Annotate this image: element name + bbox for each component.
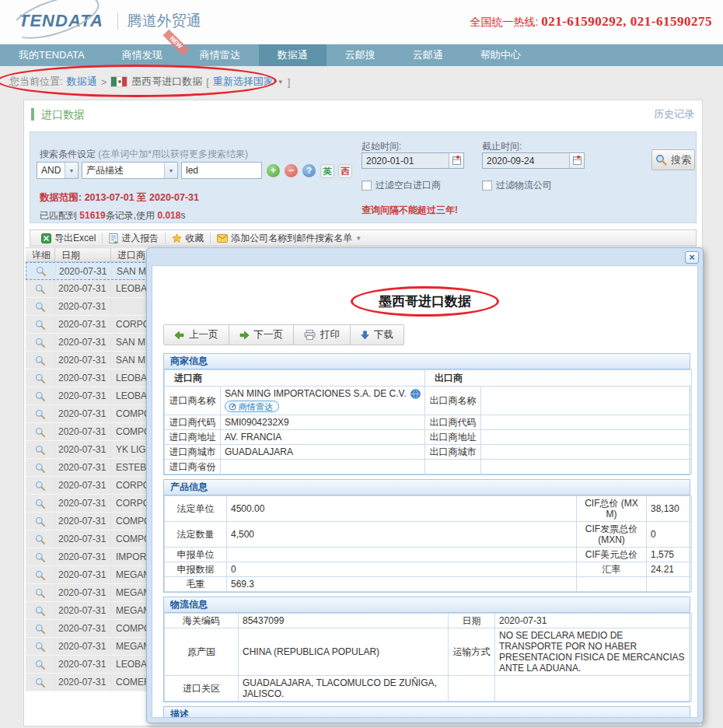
row-detail-button[interactable] xyxy=(26,423,55,440)
magnifier-icon xyxy=(35,660,45,670)
row-detail-button[interactable] xyxy=(26,387,55,404)
nav-tab-7[interactable]: 帮助中心 xyxy=(462,44,540,66)
nav-tab-1[interactable]: 我的TENDATA xyxy=(0,44,103,66)
magnifier-icon xyxy=(35,284,45,294)
logo[interactable]: TENDATA 腾道外贸通 xyxy=(14,9,201,33)
add-to-mail-list-button[interactable]: 添加公司名称到邮件搜索名单 ▼ xyxy=(211,230,368,246)
breadcrumb-link-datatong[interactable]: 数据通 xyxy=(67,75,97,89)
field-label xyxy=(425,459,481,474)
description-section-title: 描述 xyxy=(164,707,690,719)
modal-title: 墨西哥进口数据 xyxy=(351,286,499,317)
row-detail-button[interactable] xyxy=(26,602,55,619)
search-button[interactable]: 搜索 xyxy=(651,149,695,170)
row-detail-button[interactable] xyxy=(26,298,55,315)
globe-icon xyxy=(410,389,421,399)
field-value: GUADALAJARA, TLACOMULCO DE ZUÑIGA, JALIS… xyxy=(239,675,449,701)
row-detail-button[interactable] xyxy=(26,638,55,655)
column-header-date[interactable]: 日期 xyxy=(55,248,111,261)
table-row[interactable]: 2020-07-31SAN MIN xyxy=(26,262,156,280)
end-date-input[interactable]: 2020-09-24 xyxy=(482,152,585,169)
magnifier-icon xyxy=(35,320,45,330)
field-value: 1,575 xyxy=(647,547,692,562)
bracket-close: ] xyxy=(288,76,291,88)
field-value xyxy=(495,675,692,701)
nav-tab-5[interactable]: 云邮搜 xyxy=(327,44,394,66)
field-label xyxy=(449,675,495,701)
search-field-select[interactable]: 产品描述 ▼ xyxy=(82,162,178,179)
product-section-title: 产品信息 xyxy=(164,480,690,495)
nav-bar: 我的TENDATA商情发现NEW商情雷达数据通云邮搜云邮通帮助中心 xyxy=(0,44,723,66)
row-detail-button[interactable] xyxy=(26,530,55,548)
row-detail-button[interactable] xyxy=(26,656,55,673)
nav-tab-4[interactable]: 数据通 xyxy=(259,44,327,66)
magnifier-icon xyxy=(35,677,45,688)
field-label: 法定数量 xyxy=(165,521,227,547)
field-label: 进口关区 xyxy=(165,675,239,701)
row-detail-button[interactable] xyxy=(26,459,55,476)
favorite-button[interactable]: 收藏 xyxy=(166,230,210,246)
field-label: 进口商代码 xyxy=(165,415,221,429)
chevron-down-icon[interactable]: ▼ xyxy=(278,79,284,86)
row-detail-button[interactable] xyxy=(26,441,55,458)
magnifier-icon xyxy=(35,302,45,312)
filter-blank-importer-checkbox[interactable] xyxy=(362,180,372,191)
download-button[interactable]: 下载 xyxy=(351,325,403,345)
lang-spanish-button[interactable]: 西 xyxy=(338,164,352,178)
row-detail-button[interactable] xyxy=(26,263,56,279)
row-detail-button[interactable] xyxy=(26,280,55,297)
add-condition-icon[interactable]: + xyxy=(267,164,280,177)
row-detail-button[interactable] xyxy=(26,477,55,494)
row-detail-button[interactable] xyxy=(26,548,55,565)
nav-tab-2[interactable]: 商情发现NEW xyxy=(103,44,181,66)
row-date: 2020-07-31 xyxy=(55,620,111,637)
row-detail-button[interactable] xyxy=(26,566,55,583)
nav-tab-6[interactable]: 云邮通 xyxy=(394,44,462,66)
start-date-label: 起始时间: xyxy=(362,140,401,153)
row-detail-button[interactable] xyxy=(26,495,55,512)
row-date: 2020-07-31 xyxy=(55,441,111,458)
keyword-input[interactable]: led xyxy=(181,162,262,179)
export-excel-button[interactable]: 导出Excel xyxy=(35,230,102,246)
row-detail-button[interactable] xyxy=(26,674,55,691)
row-detail-button[interactable] xyxy=(26,334,55,351)
history-link[interactable]: 历史记录 xyxy=(654,100,694,128)
prev-page-button[interactable]: 上一页 xyxy=(164,325,229,345)
row-detail-button[interactable] xyxy=(26,352,55,369)
row-detail-button[interactable] xyxy=(26,405,55,422)
product-section: 产品信息 法定单位4500.00CIF总价 (MXM)38,130法定数量4,5… xyxy=(163,479,690,593)
section-header: 进口数据 历史记录 xyxy=(24,100,702,128)
breadcrumb-prefix: 您当前位置: xyxy=(9,75,63,89)
magnifier-icon xyxy=(35,445,45,455)
field-label: 申报单位 xyxy=(165,547,227,562)
print-button[interactable]: 打印 xyxy=(294,325,351,345)
nav-tab-label: 云邮搜 xyxy=(345,48,375,62)
radar-badge-link[interactable]: 商情雷达 xyxy=(225,401,279,412)
reselect-country-link[interactable]: 重新选择国家 xyxy=(213,75,274,89)
start-date-input[interactable]: 2020-01-01 xyxy=(362,152,464,169)
column-header-detail[interactable]: 详细 xyxy=(26,248,55,261)
enter-report-button[interactable]: 进入报告 xyxy=(103,230,165,246)
row-detail-button[interactable] xyxy=(26,620,55,637)
lang-english-button[interactable]: 英 xyxy=(320,164,334,178)
filter-logistics-checkbox[interactable] xyxy=(482,180,492,191)
search-panel: 搜索条件设定 (在单词中加*用以获得更多搜索结果) AND ▼ 产品描述 ▼ l… xyxy=(30,131,697,223)
row-detail-button[interactable] xyxy=(26,584,55,601)
field-label: 原产国 xyxy=(165,628,239,675)
modal-tables: 商家信息 进口商出口商进口商名称SAN MING IMPORTACIONES S… xyxy=(163,353,690,718)
calendar-icon[interactable] xyxy=(449,153,463,168)
field-value xyxy=(481,444,692,459)
help-icon[interactable]: ? xyxy=(302,164,316,177)
next-page-button[interactable]: 下一页 xyxy=(229,325,295,345)
row-detail-button[interactable] xyxy=(26,369,55,387)
remove-condition-icon[interactable]: − xyxy=(285,164,298,177)
search-icon xyxy=(655,154,667,166)
close-icon[interactable]: × xyxy=(685,251,699,264)
modal-body: 墨西哥进口数据 上一页 下一页 打印 下载 商家 xyxy=(152,265,698,718)
calendar-icon[interactable] xyxy=(569,153,584,168)
magnifier-icon xyxy=(36,266,46,276)
row-detail-button[interactable] xyxy=(26,316,55,333)
radar-icon xyxy=(229,403,236,411)
boolean-operator-select[interactable]: AND ▼ xyxy=(37,162,79,179)
nav-tab-3[interactable]: 商情雷达 xyxy=(181,44,259,66)
row-detail-button[interactable] xyxy=(26,513,55,530)
